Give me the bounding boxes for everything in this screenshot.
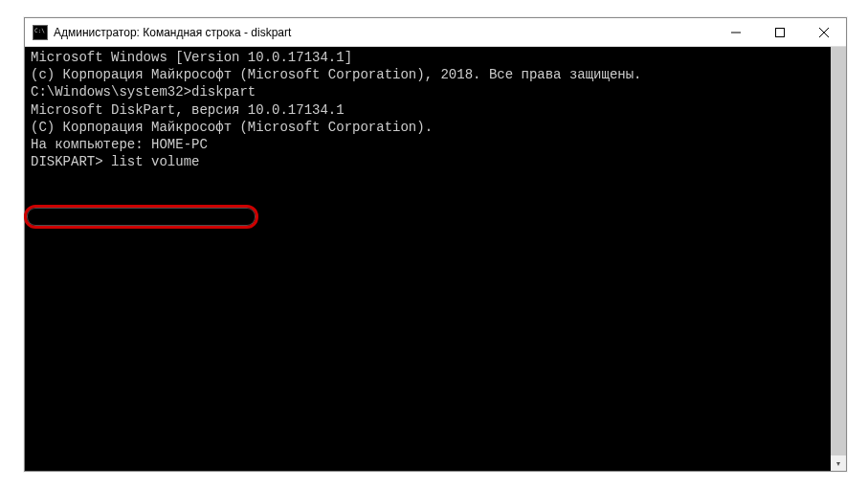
minimize-button[interactable] — [714, 18, 758, 46]
close-button[interactable] — [802, 18, 846, 46]
console-prompt-line: DISKPART> list volume — [31, 153, 840, 170]
scroll-thumb[interactable] — [831, 47, 846, 471]
window-controls — [714, 18, 846, 46]
console-line: Microsoft Windows [Version 10.0.17134.1] — [31, 49, 840, 66]
scroll-down-button[interactable]: ▾ — [831, 455, 846, 471]
console-line: (C) Корпорация Майкрософт (Microsoft Cor… — [31, 119, 840, 136]
svg-rect-1 — [776, 28, 785, 36]
console-line: C:\Windows\system32>diskpart — [31, 83, 840, 100]
console-line: (c) Корпорация Майкрософт (Microsoft Cor… — [31, 66, 840, 83]
maximize-button[interactable] — [758, 18, 802, 46]
titlebar[interactable]: Администратор: Командная строка - diskpa… — [25, 18, 846, 47]
window-title: Администратор: Командная строка - diskpa… — [54, 26, 714, 39]
cmd-icon — [33, 25, 48, 40]
console-line: Microsoft DiskPart, версия 10.0.17134.1 — [31, 101, 840, 119]
console-output[interactable]: Microsoft Windows [Version 10.0.17134.1]… — [25, 47, 846, 471]
vertical-scrollbar[interactable]: ▴ ▾ — [831, 47, 846, 471]
window-frame: Администратор: Командная строка - diskpa… — [24, 17, 847, 472]
console-line: На компьютере: HOME-PC — [31, 136, 840, 153]
